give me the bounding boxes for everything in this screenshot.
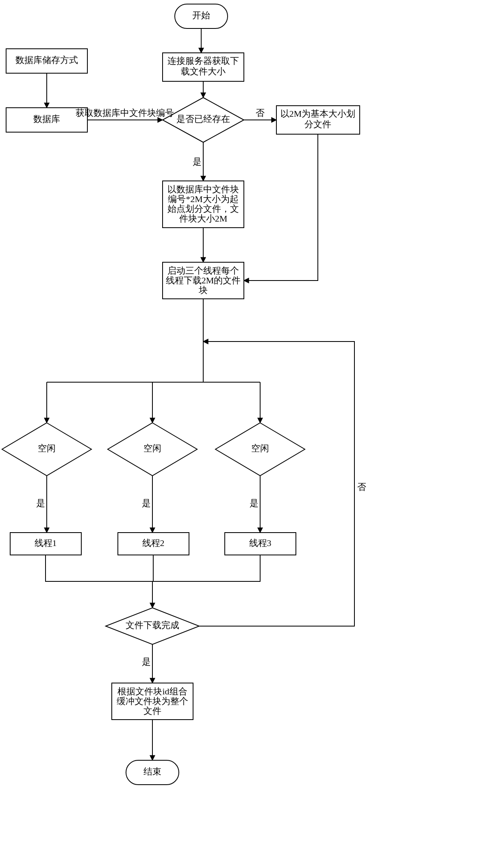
node-from-id: 以数据库中文件块 编号*2M大小为起 始点划分文件，文 件块大小2M (163, 181, 244, 228)
node-end: 结束 (126, 760, 179, 785)
node-thread-1: 线程1 (10, 533, 81, 555)
exists-yes-label: 是 (193, 157, 202, 167)
connect-l2: 载文件大小 (181, 66, 226, 76)
fromid-l4: 件块大小2M (179, 213, 228, 224)
idle1-label: 空闲 (38, 443, 56, 453)
node-database: 数据库 (6, 108, 87, 132)
idle1-yes: 是 (36, 498, 45, 508)
store-method-label: 数据库储存方式 (15, 55, 78, 65)
node-idle-2: 空闲 (108, 423, 197, 476)
threads-l1: 启动三个线程每个 (167, 265, 239, 276)
threads-l2: 线程下载2M的文件 (166, 275, 241, 285)
node-idle-3: 空闲 (215, 423, 305, 476)
exists-label: 是否已经存在 (176, 114, 230, 124)
split2m-l1: 以2M为基本大小划 (280, 109, 356, 119)
thread2-label: 线程2 (142, 538, 165, 548)
node-combine: 根据文件块id组合 缓冲文件块为整个 文件 (112, 683, 193, 720)
start-label: 开始 (192, 10, 210, 20)
node-split-2m: 以2M为基本大小划 分文件 (276, 106, 360, 134)
node-done: 文件下载完成 (106, 608, 199, 644)
idle3-yes: 是 (250, 498, 259, 508)
combine-l2: 缓冲文件块为整个 (117, 696, 188, 706)
node-idle-1: 空闲 (2, 423, 91, 476)
node-connect: 连接服务器获取下 载文件大小 (163, 53, 244, 81)
edge-done-no-loop (199, 342, 354, 626)
end-label: 结束 (143, 766, 161, 777)
flowchart-canvas: 开始 连接服务器获取下 载文件大小 数据库储存方式 数据库 是否已经存在 以2M… (0, 0, 504, 855)
node-start-threads: 启动三个线程每个 线程下载2M的文件 块 (163, 262, 244, 299)
idle2-label: 空闲 (143, 443, 161, 453)
done-label: 文件下载完成 (126, 620, 179, 630)
done-yes-label: 是 (142, 657, 151, 667)
idle2-yes: 是 (142, 498, 151, 508)
db-exists-label: 获取数据库中文件块编号 (76, 108, 174, 118)
combine-l3: 文件 (143, 706, 161, 716)
fromid-l1: 以数据库中文件块 (167, 184, 239, 194)
node-thread-2: 线程2 (118, 533, 189, 555)
thread1-label: 线程1 (35, 538, 57, 548)
threads-l3: 块 (198, 285, 208, 295)
edge-split-threads (244, 134, 318, 281)
node-start: 开始 (175, 4, 228, 28)
connect-l1: 连接服务器获取下 (167, 56, 239, 66)
database-label: 数据库 (33, 114, 60, 124)
exists-no-label: 否 (256, 108, 265, 118)
node-store-method: 数据库储存方式 (6, 49, 87, 73)
combine-l1: 根据文件块id组合 (117, 686, 187, 696)
fromid-l3: 始点划分文件，文 (167, 204, 239, 214)
node-thread-3: 线程3 (225, 533, 296, 555)
done-no-label: 否 (357, 482, 366, 492)
split2m-l2: 分文件 (304, 119, 331, 129)
node-exists: 是否已经存在 (163, 98, 244, 142)
fromid-l2: 编号*2M大小为起 (168, 194, 239, 204)
idle3-label: 空闲 (251, 443, 269, 453)
thread3-label: 线程3 (249, 538, 272, 548)
